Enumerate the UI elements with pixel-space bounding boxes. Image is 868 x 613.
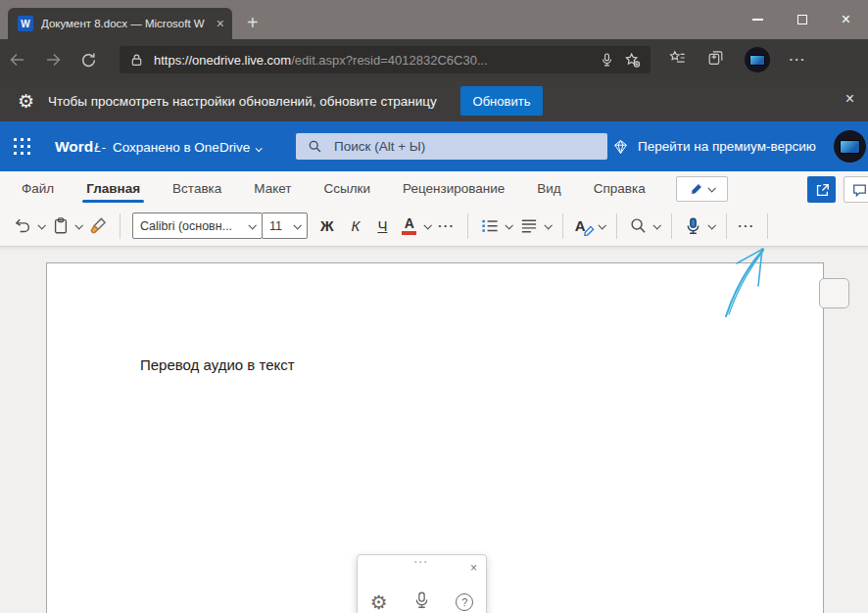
panel-close-button[interactable]: × <box>470 562 477 574</box>
chevron-down-icon <box>707 221 715 229</box>
app-launcher-button[interactable] <box>14 138 31 156</box>
italic-button[interactable]: К <box>347 217 365 234</box>
chevron-down-icon <box>424 221 432 229</box>
notification-close-button[interactable]: × <box>845 90 854 108</box>
pencil-icon <box>690 182 703 196</box>
favorites-button[interactable] <box>668 49 687 71</box>
panel-settings-gear-icon[interactable]: ⚙ <box>370 592 388 612</box>
share-icon <box>814 182 830 198</box>
url-text: https://onedrive.live.com/edit.aspx?resi… <box>154 53 590 68</box>
profile-avatar[interactable] <box>745 47 770 72</box>
window-maximize-button[interactable] <box>780 0 824 39</box>
document-title-area[interactable]: Word Ł- Сохранено в OneDrive <box>55 138 261 156</box>
browser-actions: ••• <box>668 47 806 72</box>
ribbon-tab-bar: Файл Главная Вставка Макет Ссылки Реценз… <box>0 171 868 206</box>
browser-toolbar: https://onedrive.live.com/edit.aspx?resi… <box>0 39 868 80</box>
url-host: https://onedrive.live.com <box>154 53 291 68</box>
bold-button[interactable]: Ж <box>315 217 339 234</box>
forward-button[interactable] <box>35 51 71 69</box>
format-painter-button[interactable] <box>89 216 108 235</box>
editing-mode-button[interactable] <box>676 176 728 202</box>
new-tab-button[interactable]: + <box>247 9 259 36</box>
chevron-down-icon <box>74 221 82 229</box>
chevron-down-icon <box>256 145 263 152</box>
tab-help[interactable]: Справка <box>594 171 646 206</box>
toolbar-overflow-button[interactable]: ••• <box>739 221 755 230</box>
chevron-down-icon <box>248 221 256 229</box>
page-side-tab[interactable] <box>819 278 849 308</box>
lock-icon <box>129 52 144 68</box>
panel-drag-handle[interactable]: ••• <box>358 558 486 565</box>
font-color-button[interactable]: A <box>400 217 430 235</box>
refresh-button[interactable] <box>71 52 106 69</box>
chevron-down-icon <box>598 221 605 229</box>
star-add-icon <box>624 52 641 69</box>
style-pen-icon <box>584 225 595 236</box>
add-favorite-button[interactable] <box>624 52 641 69</box>
share-button[interactable] <box>807 176 836 203</box>
update-button[interactable]: Обновить <box>460 86 543 116</box>
undo-button[interactable] <box>14 216 44 235</box>
separator <box>120 213 121 239</box>
dictate-microphone-icon <box>684 216 702 236</box>
settings-gear-icon: ⚙ <box>18 92 34 111</box>
align-lines-icon <box>519 216 539 235</box>
tab-close-icon[interactable]: × <box>217 17 224 30</box>
font-name-value: Calibri (основн... <box>140 219 243 233</box>
tab-layout[interactable]: Макет <box>254 171 291 206</box>
tab-file[interactable]: Файл <box>22 171 54 206</box>
voice-search-button[interactable] <box>600 52 614 68</box>
dictation-floating-panel[interactable]: ••• × ⚙ ? <box>357 554 487 613</box>
app-name: Word <box>55 138 93 156</box>
underline-button[interactable]: Ч <box>372 217 392 234</box>
separator <box>671 213 672 239</box>
tab-view[interactable]: Вид <box>537 171 560 206</box>
bullet-list-button[interactable] <box>480 216 511 235</box>
search-icon <box>308 139 322 154</box>
notification-bar: ⚙ Чтобы просмотреть настройки обновлений… <box>0 80 868 121</box>
tab-insert[interactable]: Вставка <box>172 171 221 206</box>
tab-home[interactable]: Главная <box>86 171 140 206</box>
styles-icon: A <box>575 217 589 234</box>
collections-button[interactable] <box>706 49 725 71</box>
chevron-down-icon <box>37 221 45 229</box>
collections-icon <box>706 49 725 67</box>
styles-button[interactable]: A <box>575 217 604 234</box>
find-button[interactable] <box>629 216 659 235</box>
browser-menu-button[interactable]: ••• <box>790 56 806 64</box>
browser-tab[interactable]: W Документ 8.docx — Microsoft W × <box>8 8 232 39</box>
tab-review[interactable]: Рецензирование <box>403 171 505 206</box>
chevron-down-icon <box>293 221 301 229</box>
account-avatar[interactable] <box>834 130 866 163</box>
premium-diamond-icon <box>611 138 630 156</box>
back-button[interactable] <box>0 51 35 69</box>
panel-help-button[interactable]: ? <box>456 593 473 611</box>
go-premium-button[interactable]: Перейти на премиум-версию <box>611 121 816 171</box>
panel-microphone-button[interactable] <box>412 590 431 613</box>
separator <box>562 213 563 239</box>
favorites-star-icon <box>668 49 687 67</box>
window-close-button[interactable]: × <box>824 0 868 39</box>
alignment-button[interactable] <box>519 216 551 235</box>
font-size-select[interactable]: 11 <box>262 212 308 239</box>
account-avatar-image <box>840 140 860 154</box>
separator <box>467 213 468 239</box>
address-bar[interactable]: https://onedrive.live.com/edit.aspx?resi… <box>120 46 651 73</box>
tab-references[interactable]: Ссылки <box>324 171 371 206</box>
magnifier-icon <box>629 216 648 235</box>
paste-button[interactable] <box>52 216 81 235</box>
window-minimize-button[interactable] <box>736 0 780 39</box>
comments-button[interactable] <box>844 176 868 203</box>
search-input[interactable]: Поиск (Alt + Ы) <box>296 133 607 160</box>
font-color-icon: A <box>400 217 418 235</box>
dictate-button[interactable] <box>684 216 714 236</box>
go-premium-label: Перейти на премиум-версию <box>638 139 816 154</box>
format-painter-icon <box>89 216 108 235</box>
bullet-list-icon <box>480 216 500 235</box>
font-name-select[interactable]: Calibri (основн... <box>132 212 263 239</box>
document-text[interactable]: Перевод аудио в текст <box>140 355 295 375</box>
search-placeholder: Поиск (Alt + Ы) <box>334 139 425 154</box>
refresh-icon <box>80 52 97 69</box>
notification-message: Чтобы просмотреть настройки обновлений, … <box>48 94 437 109</box>
more-font-options-button[interactable]: ••• <box>438 221 455 230</box>
